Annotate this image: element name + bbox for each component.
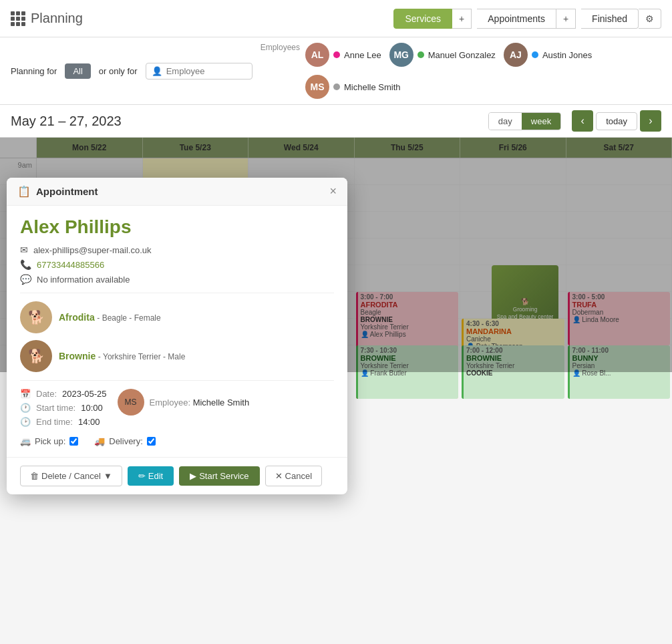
edit-icon: ✏ [138, 471, 146, 481]
divider-2 [20, 380, 334, 381]
name-anne-lee: Anne Lee [344, 50, 381, 60]
or-only-for-label: or only for [99, 66, 138, 76]
appointments-group: Appointments + [477, 9, 576, 29]
phone-link[interactable]: 67733444885566 [37, 260, 104, 270]
employees-list: AL Anne Lee MG Manuel Gonzalez AJ Austin… [305, 43, 661, 99]
start-service-label: Start Service [199, 471, 248, 481]
delivery-icon: 🚚 [94, 436, 105, 446]
pet-brownie-details: - Yorkshire Terrier - Male [98, 352, 186, 361]
whatsapp-value: No information available [37, 275, 130, 285]
name-michelle-smith: Michelle Smith [344, 82, 401, 92]
edit-button[interactable]: ✏ Edit [128, 466, 174, 486]
delete-dropdown-icon: ▼ [104, 471, 112, 481]
cancel-button[interactable]: ✕ Cancel [265, 466, 322, 486]
next-button[interactable]: › [640, 110, 661, 132]
employee-avatar: MS [118, 389, 144, 416]
grid-icon [11, 11, 25, 26]
today-button[interactable]: today [596, 112, 637, 130]
app-logo: Planning [11, 11, 83, 26]
dot-manuel-gonzalez [417, 51, 424, 58]
modal-footer: 🗑 Delete / Cancel ▼ ✏ Edit ▶ Start Servi… [7, 457, 347, 494]
date-navigation: May 21 – 27, 2023 day week ‹ today › [0, 105, 672, 138]
pickup-row: 🚐 Pick up: [20, 436, 78, 446]
email-row: ✉ alex-phillips@super-mail.co.uk [20, 245, 334, 255]
employees-label: Employees [261, 43, 300, 52]
employee-austin-jones: AJ Austin Jones [504, 43, 592, 67]
pickup-icon: 🚐 [20, 436, 31, 446]
modal-calendar-icon: 📋 [17, 185, 31, 198]
client-name: Alex Phillips [20, 216, 334, 238]
avatar-michelle-smith: MS [305, 75, 329, 99]
top-navigation: Planning Services + Appointments + Finis… [0, 0, 672, 37]
week-view-button[interactable]: week [522, 113, 560, 130]
email-value: alex-phillips@super-mail.co.uk [33, 245, 151, 255]
app-title: Planning [31, 11, 83, 26]
employee-input[interactable] [166, 66, 246, 76]
delivery-label: Delivery: [109, 436, 143, 446]
pet-afrodita-name: Afrodita [59, 312, 95, 323]
date-row: 📅 Date: 2023-05-25 [20, 389, 107, 399]
planning-bar: Planning for All or only for 👤 Employees… [0, 37, 672, 105]
avatar-anne-lee: AL [305, 43, 329, 67]
phone-icon: 📞 [20, 259, 31, 270]
employee-info: MS Employee: Michelle Smith [118, 389, 250, 416]
dot-anne-lee [333, 51, 340, 58]
end-time-value: 14:00 [78, 417, 100, 427]
nav-arrows: ‹ today › [572, 110, 661, 132]
date-info: 📅 Date: 2023-05-25 🕐 Start time: 10:00 🕑… [20, 389, 107, 431]
services-group: Services + [393, 9, 472, 29]
divider-1 [20, 293, 334, 293]
clock-icon: 🕐 [20, 403, 31, 413]
checkbox-section: 🚐 Pick up: 🚚 Delivery: [20, 436, 334, 446]
all-button[interactable]: All [65, 63, 90, 79]
delivery-checkbox[interactable] [147, 437, 156, 446]
name-austin-jones: Austin Jones [542, 50, 592, 60]
avatar-manuel-gonzalez: MG [389, 43, 413, 67]
modal-header: 📋 Appointment × [7, 178, 347, 206]
start-time-row: 🕐 Start time: 10:00 [20, 403, 107, 413]
phone-row: 📞 67733444885566 [20, 259, 334, 270]
clock-end-icon: 🕑 [20, 417, 31, 427]
pet-brownie-name: Brownie [59, 351, 96, 361]
calendar: Mon 5/22 Tue 5/23 Wed 5/24 Thu 5/25 Fri … [0, 138, 672, 372]
modal-close-button[interactable]: × [329, 184, 337, 198]
dot-michelle-smith [333, 84, 340, 90]
pet-afrodita-info: Afrodita - Beagle - Female [59, 312, 161, 323]
pickup-checkbox[interactable] [69, 437, 78, 446]
date-range-label: May 21 – 27, 2023 [11, 114, 478, 129]
start-time-value: 10:00 [81, 403, 103, 413]
appointments-button[interactable]: Appointments [477, 9, 556, 29]
employees-section: Employees AL Anne Lee MG Manuel Gonzalez… [261, 43, 661, 99]
employee-manuel-gonzalez: MG Manuel Gonzalez [389, 43, 496, 67]
modal-title-row: 📋 Appointment [17, 185, 98, 198]
appointment-modal: 📋 Appointment × Alex Phillips ✉ alex-phi… [7, 178, 347, 494]
end-time-label: End time: [36, 417, 73, 427]
view-toggle: day week [488, 112, 561, 130]
services-add-button[interactable]: + [452, 9, 472, 29]
employee-anne-lee: AL Anne Lee [305, 43, 381, 67]
delete-cancel-button[interactable]: 🗑 Delete / Cancel ▼ [20, 466, 122, 486]
day-view-button[interactable]: day [489, 113, 522, 130]
date-value: 2023-05-25 [62, 389, 107, 399]
whatsapp-row: 💬 No information available [20, 274, 334, 285]
edit-label: Edit [148, 471, 163, 481]
delivery-row: 🚚 Delivery: [94, 436, 156, 446]
employee-input-wrap[interactable]: 👤 [146, 63, 253, 79]
employee-icon: 👤 [152, 66, 162, 76]
finished-button[interactable]: Finished [581, 9, 639, 29]
modal-body: Alex Phillips ✉ alex-phillips@super-mail… [7, 206, 347, 457]
services-button[interactable]: Services [393, 9, 452, 29]
employee-name: Michelle Smith [193, 397, 250, 408]
employee-label: Employee: [150, 397, 190, 408]
prev-button[interactable]: ‹ [572, 110, 593, 132]
gear-button[interactable]: ⚙ [639, 9, 661, 29]
pet-brownie-info: Brownie - Yorkshire Terrier - Male [59, 351, 185, 361]
appointments-add-button[interactable]: + [556, 9, 576, 29]
end-time-row: 🕑 End time: 14:00 [20, 417, 107, 427]
start-time-label: Start time: [36, 403, 75, 413]
appointment-info: 📅 Date: 2023-05-25 🕐 Start time: 10:00 🕑… [20, 389, 334, 431]
planning-for-label: Planning for [11, 66, 57, 76]
name-manuel-gonzalez: Manuel Gonzalez [428, 50, 496, 60]
modal-title: Appointment [36, 186, 98, 197]
start-service-button[interactable]: ▶ Start Service [179, 466, 259, 486]
